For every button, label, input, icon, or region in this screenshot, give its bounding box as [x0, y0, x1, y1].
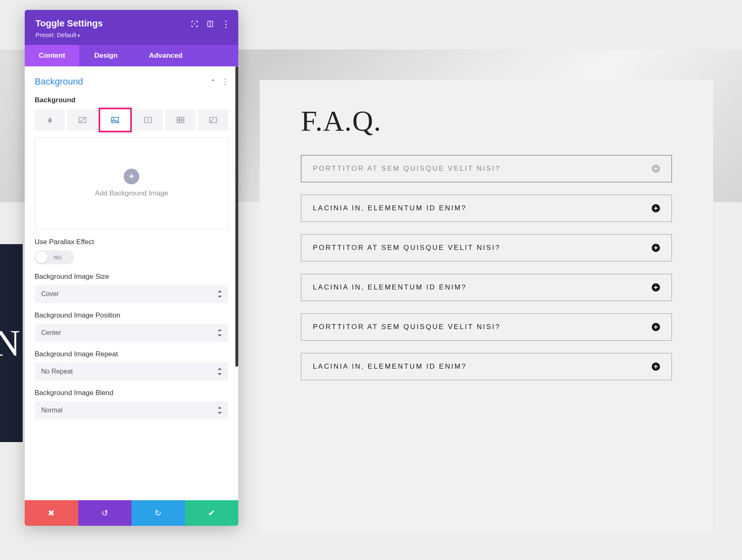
- faq-item[interactable]: PORTTITOR AT SEM QUISQUE VELIT NISI?: [301, 234, 672, 261]
- bg-tab-image[interactable]: [100, 109, 130, 131]
- header-actions: ⋮: [190, 20, 230, 28]
- expand-icon[interactable]: [190, 20, 199, 28]
- select-value: Center: [41, 329, 61, 336]
- toggle-knob: [36, 252, 47, 263]
- bg-tab-video[interactable]: [133, 109, 163, 131]
- svg-point-0: [194, 24, 195, 25]
- close-icon: ✖: [48, 508, 55, 518]
- field-position: Background Image Position Center: [35, 311, 228, 342]
- plus-icon: [652, 323, 660, 331]
- plus-icon: [652, 362, 660, 371]
- field-blend: Background Image Blend Normal: [35, 389, 228, 419]
- undo-icon: ↺: [101, 508, 108, 518]
- section-kebab-icon[interactable]: ⋮: [221, 77, 228, 86]
- section-header[interactable]: Background ⌃ ⋮: [35, 74, 228, 93]
- field-label: Background Image Repeat: [35, 350, 228, 358]
- faq-item[interactable]: PORTTITOR AT SEM QUISQUE VELIT NISI?: [301, 155, 672, 182]
- dropzone-label: Add Background Image: [95, 189, 168, 198]
- faq-question: PORTTITOR AT SEM QUISQUE VELIT NISI?: [313, 165, 500, 173]
- field-repeat: Background Image Repeat No Repeat: [35, 350, 228, 381]
- faq-item[interactable]: PORTTITOR AT SEM QUISQUE VELIT NISI?: [301, 313, 672, 341]
- select-value: No Repeat: [41, 368, 73, 375]
- faq-question: LACINIA IN, ELEMENTUM ID ENIM?: [313, 362, 467, 371]
- plus-icon: [652, 244, 660, 252]
- sidebar-dark-block: N: [0, 244, 23, 442]
- select-value: Cover: [41, 290, 59, 298]
- toggle-value: NO: [54, 254, 62, 261]
- add-icon: +: [124, 169, 139, 184]
- redo-button[interactable]: ↻: [131, 500, 185, 526]
- settings-tabs: Content Design Advanced: [25, 45, 238, 66]
- field-label: Use Parallax Effect: [35, 238, 228, 246]
- plus-icon: [652, 165, 660, 173]
- plus-icon: [652, 204, 660, 212]
- kebab-icon[interactable]: ⋮: [222, 20, 230, 28]
- field-parallax: Use Parallax Effect NO: [35, 238, 228, 264]
- settings-panel: Toggle Settings Preset: Default ⋮ Conten…: [25, 10, 238, 526]
- parallax-toggle[interactable]: NO: [35, 250, 74, 264]
- bg-tab-pattern[interactable]: [165, 109, 195, 131]
- undo-button[interactable]: ↺: [78, 500, 132, 526]
- bg-tab-color[interactable]: [35, 109, 65, 131]
- collapse-icon[interactable]: ⌃: [211, 78, 216, 85]
- tab-design[interactable]: Design: [79, 45, 133, 66]
- responsive-icon[interactable]: [206, 20, 214, 28]
- faq-question: PORTTITOR AT SEM QUISQUE VELIT NISI?: [313, 323, 500, 331]
- panel-footer: ✖ ↺ ↻ ✔: [25, 500, 238, 526]
- size-select[interactable]: Cover: [35, 285, 228, 303]
- section-controls: ⌃ ⋮: [211, 77, 228, 86]
- field-label: Background Image Position: [35, 311, 228, 320]
- faq-question: LACINIA IN, ELEMENTUM ID ENIM?: [313, 204, 467, 212]
- add-image-dropzone[interactable]: + Add Background Image: [35, 137, 228, 229]
- preset-selector[interactable]: Preset: Default: [35, 31, 228, 38]
- field-label: Background Image Size: [35, 273, 228, 281]
- svg-line-4: [79, 118, 86, 123]
- faq-item[interactable]: LACINIA IN, ELEMENTUM ID ENIM?: [301, 353, 672, 380]
- scrollbar[interactable]: [235, 66, 238, 367]
- field-label: Background Image Blend: [35, 389, 228, 397]
- faq-section: F.A.Q. PORTTITOR AT SEM QUISQUE VELIT NI…: [260, 80, 713, 417]
- bg-tab-mask[interactable]: [198, 109, 228, 131]
- faq-item[interactable]: LACINIA IN, ELEMENTUM ID ENIM?: [301, 195, 672, 222]
- cancel-button[interactable]: ✖: [25, 500, 78, 526]
- faq-question: PORTTITOR AT SEM QUISQUE VELIT NISI?: [313, 244, 500, 252]
- faq-heading: F.A.Q.: [301, 105, 672, 138]
- svg-rect-8: [177, 118, 184, 123]
- faq-item[interactable]: LACINIA IN, ELEMENTUM ID ENIM?: [301, 274, 672, 301]
- sidebar-letter: N: [0, 322, 20, 365]
- save-button[interactable]: ✔: [185, 500, 239, 526]
- tab-advanced[interactable]: Advanced: [133, 45, 199, 66]
- redo-icon: ↻: [155, 508, 162, 518]
- preview-panel: F.A.Q. PORTTITOR AT SEM QUISQUE VELIT NI…: [260, 80, 713, 534]
- select-value: Normal: [41, 407, 63, 414]
- tab-content[interactable]: Content: [25, 45, 79, 66]
- background-type-tabs: [35, 109, 228, 131]
- check-icon: ✔: [208, 508, 215, 518]
- plus-icon: [652, 283, 660, 292]
- section-title: Background: [35, 76, 83, 87]
- bg-tab-gradient[interactable]: [67, 109, 97, 131]
- panel-header[interactable]: Toggle Settings Preset: Default ⋮: [25, 10, 238, 45]
- field-size: Background Image Size Cover: [35, 273, 228, 303]
- faq-question: LACINIA IN, ELEMENTUM ID ENIM?: [313, 283, 467, 292]
- repeat-select[interactable]: No Repeat: [35, 362, 228, 381]
- panel-body: Background ⌃ ⋮ Background: [25, 66, 238, 500]
- background-label: Background: [35, 96, 228, 104]
- position-select[interactable]: Center: [35, 324, 228, 342]
- blend-select[interactable]: Normal: [35, 401, 228, 419]
